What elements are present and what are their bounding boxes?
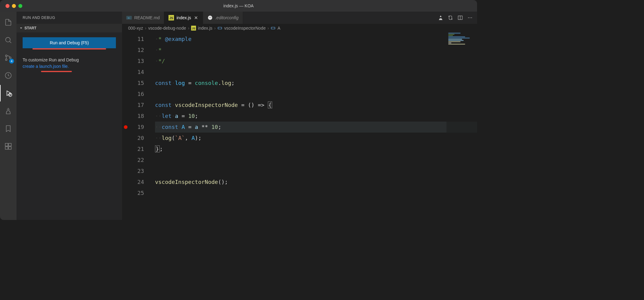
svg-rect-7 (9, 143, 11, 146)
code-line[interactable] (155, 166, 477, 177)
line-number[interactable]: 15 (122, 78, 153, 89)
line-number[interactable]: 19 (122, 122, 153, 133)
line-number[interactable]: 18 (122, 111, 153, 122)
svg-point-17 (449, 16, 450, 17)
sidebar-section-start[interactable]: START (17, 24, 122, 32)
js-icon: JS (168, 15, 174, 20)
close-icon[interactable] (194, 15, 198, 20)
split-editor-icon[interactable] (457, 15, 463, 20)
code-line[interactable] (155, 67, 477, 78)
activity-bar: 4 (0, 12, 17, 220)
svg-rect-8 (5, 147, 8, 149)
create-launch-json-link[interactable]: create a launch.json file. (23, 63, 69, 70)
sidebar-run-debug: RUN AND DEBUG START Run and Debug (F5) T… (17, 12, 122, 220)
svg-point-21 (470, 17, 470, 18)
editor-area: M↓ README.md JS index.js .editorconfig (122, 12, 477, 220)
line-number[interactable]: 21 (122, 144, 153, 155)
line-number[interactable]: 12 (122, 45, 153, 56)
code-line[interactable] (155, 188, 477, 199)
line-gutter[interactable]: 111213141516171819202122232425 (122, 32, 153, 220)
breadcrumbs[interactable]: 000-xyz › vscode-debug-node › JS index.j… (122, 24, 477, 32)
markdown-icon: M↓ (126, 15, 132, 20)
titlebar: index.js — KOA (0, 0, 477, 12)
run-debug-icon[interactable] (0, 85, 17, 101)
svg-rect-26 (271, 27, 275, 29)
code-line[interactable] (155, 155, 477, 166)
sidebar-title: RUN AND DEBUG (17, 12, 122, 24)
svg-point-3 (9, 57, 11, 58)
scm-badge: 4 (9, 59, 14, 64)
svg-point-22 (471, 17, 472, 18)
tab-readme[interactable]: M↓ README.md (122, 12, 164, 24)
extensions-icon[interactable] (0, 138, 17, 155)
editor-body[interactable]: 111213141516171819202122232425 ·* @examp… (122, 32, 477, 220)
tab-index-js[interactable]: JS index.js (164, 12, 203, 24)
minimap[interactable] (446, 32, 477, 220)
code-line[interactable] (155, 89, 477, 100)
svg-text:JS: JS (169, 16, 173, 20)
code-line[interactable]: const·vscodeInspectorNode = () => { (155, 100, 477, 111)
svg-point-1 (6, 55, 7, 57)
code-line[interactable]: ·* @example (155, 34, 477, 45)
search-icon[interactable] (0, 32, 17, 48)
line-number[interactable]: 17 (122, 100, 153, 111)
svg-text:JS: JS (192, 27, 195, 30)
bookmark-icon[interactable] (0, 120, 17, 137)
editor-tabs: M↓ README.md JS index.js .editorconfig (122, 12, 477, 24)
chevron-down-icon (19, 26, 23, 30)
editorconfig-icon (207, 15, 213, 20)
svg-rect-9 (9, 147, 11, 149)
annotation-underline (41, 71, 72, 72)
svg-text:M↓: M↓ (128, 17, 130, 19)
svg-point-0 (6, 37, 10, 42)
run-and-debug-button[interactable]: Run and Debug (F5) (23, 37, 116, 48)
svg-point-16 (210, 17, 211, 18)
line-number[interactable]: 23 (122, 166, 153, 177)
more-actions-icon[interactable] (467, 15, 473, 20)
line-number[interactable]: 24 (122, 177, 153, 188)
explorer-icon[interactable] (0, 14, 17, 31)
line-number[interactable]: 11 (122, 34, 153, 45)
tab-editorconfig[interactable]: .editorconfig (203, 12, 243, 24)
code-content[interactable]: ·* @example·*·*/const·log = console.log;… (153, 32, 477, 220)
svg-rect-25 (218, 27, 222, 29)
svg-rect-6 (5, 143, 8, 146)
code-line[interactable]: const·log = console.log; (155, 78, 477, 89)
svg-point-14 (208, 16, 212, 20)
line-number[interactable]: 20 (122, 133, 153, 144)
symbol-variable-icon (217, 26, 222, 31)
symbol-variable-icon (271, 26, 276, 31)
js-icon: JS (191, 26, 196, 31)
code-line[interactable]: ··const·A = a ** 10; (155, 122, 477, 133)
line-number[interactable]: 13 (122, 56, 153, 67)
minimize-window-button[interactable] (12, 4, 16, 8)
line-number[interactable]: 25 (122, 188, 153, 199)
maximize-window-button[interactable] (18, 4, 22, 8)
code-line[interactable]: ··let·a = 10; (155, 111, 477, 122)
testing-icon[interactable] (0, 103, 17, 119)
code-line[interactable]: vscodeInspectorNode(); (155, 177, 477, 188)
customize-text: To customize Run and Debug create a laun… (23, 57, 116, 70)
breakpoint-icon[interactable] (124, 125, 128, 129)
annotation-underline (32, 48, 106, 49)
svg-point-2 (6, 59, 7, 60)
compare-changes-icon[interactable] (448, 15, 453, 20)
git-branch-icon[interactable] (0, 67, 17, 84)
code-line[interactable]: ·*/ (155, 56, 477, 67)
diff-icon[interactable] (438, 15, 443, 20)
svg-point-15 (209, 17, 210, 18)
line-number[interactable]: 16 (122, 89, 153, 100)
code-line[interactable]: ··log(`A`, A); (155, 133, 477, 144)
close-window-button[interactable] (6, 4, 9, 8)
source-control-icon[interactable]: 4 (0, 49, 17, 66)
svg-point-18 (451, 19, 452, 20)
window-title: index.js — KOA (0, 3, 477, 8)
svg-point-20 (468, 17, 469, 18)
line-number[interactable]: 14 (122, 67, 153, 78)
code-line[interactable]: }; (155, 144, 477, 155)
line-number[interactable]: 22 (122, 155, 153, 166)
code-line[interactable]: ·* (155, 45, 477, 56)
